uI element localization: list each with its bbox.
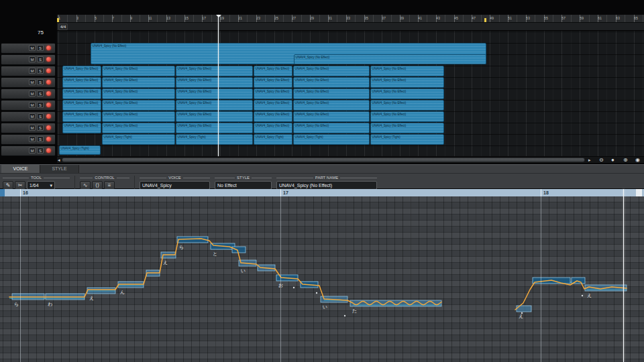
note-lyric[interactable]: た — [352, 308, 357, 314]
record-indicator[interactable] — [46, 125, 51, 130]
mute-button[interactable]: M — [29, 79, 36, 85]
clip[interactable]: UNAV4_Spicy (No Effect) — [176, 88, 253, 99]
track-header[interactable]: MS — [1, 123, 56, 133]
clip[interactable]: UNAV4_Spicy (No Effect) — [176, 123, 253, 133]
tab-style[interactable]: STYLE — [40, 165, 79, 173]
record-indicator[interactable] — [46, 103, 51, 107]
clip[interactable]: UNAV4_Spicy (No Effect) — [293, 77, 370, 88]
clip[interactable]: UNAV4_Spicy (No Effect) — [176, 100, 253, 111]
clip[interactable]: UNAV4_Spicy (No Effect) — [370, 77, 444, 88]
clip[interactable]: UNAV4_Spicy (No Effect) — [254, 100, 292, 111]
mute-button[interactable]: M — [29, 90, 36, 97]
note[interactable] — [87, 288, 115, 294]
track-header[interactable]: MS — [1, 100, 56, 111]
record-indicator[interactable] — [46, 148, 51, 153]
track-header[interactable]: MS — [1, 43, 56, 54]
note-lyric[interactable]: ん — [120, 290, 125, 295]
clip[interactable]: UNAV4_Spicy (Tight) — [59, 145, 101, 155]
note-lyric[interactable]: え — [519, 314, 523, 319]
solo-button[interactable]: S — [37, 113, 44, 119]
scroll-left-arrow[interactable]: ◂ — [58, 157, 60, 163]
track-header[interactable]: MS — [1, 134, 56, 145]
solo-button[interactable]: S — [37, 79, 44, 85]
track-header[interactable]: MS — [1, 145, 56, 156]
clip[interactable]: UNAV4_Spicy (No Effect) — [370, 123, 444, 133]
note-lyric[interactable]: え — [89, 296, 94, 301]
solo-button[interactable]: S — [37, 45, 44, 51]
record-indicator[interactable] — [46, 46, 51, 50]
mute-button[interactable]: M — [29, 56, 36, 62]
solo-button[interactable]: S — [37, 68, 44, 74]
clip[interactable]: UNAV4_Spicy (No Effect) — [370, 88, 444, 99]
clip[interactable]: UNAV4_Spicy (No Effect) — [176, 66, 253, 76]
clip[interactable]: UNAV4_Spicy (No Effect) — [293, 100, 370, 111]
clip[interactable]: UNAV4_Spicy (No Effect) — [254, 66, 292, 76]
timeline-ruler[interactable] — [57, 15, 644, 23]
clip[interactable]: UNAV4_Spicy (No Effect) — [254, 111, 292, 122]
mute-button[interactable]: M — [29, 45, 36, 51]
arrangement-playhead[interactable] — [218, 15, 219, 156]
clip[interactable]: UNAV4_Spicy (Tight) — [176, 134, 253, 145]
loop-marker[interactable] — [484, 18, 486, 22]
clip[interactable]: UNAV4_Spicy (No Effect) — [102, 123, 175, 133]
solo-button[interactable]: S — [37, 147, 44, 154]
clip[interactable]: UNAV4_Spicy (No Effect) — [370, 111, 444, 122]
note-lyric[interactable]: ら — [14, 302, 19, 307]
clip[interactable]: UNAV4_Spicy (No Effect) — [294, 54, 486, 64]
clip[interactable]: UNAV4_Spicy (No Effect) — [254, 88, 292, 99]
track-header[interactable]: MS — [1, 88, 56, 99]
clip[interactable]: UNAV4_Spicy (No Effect) — [293, 123, 370, 133]
note-lyric[interactable]: え — [163, 260, 168, 265]
record-indicator[interactable] — [46, 80, 51, 84]
song-end-marker[interactable] — [636, 189, 642, 196]
mute-button[interactable]: M — [29, 102, 36, 108]
note[interactable] — [232, 247, 246, 253]
note-lyric[interactable]: え — [587, 293, 592, 298]
zoom-control-icon[interactable]: ⊖ — [599, 156, 604, 164]
record-indicator[interactable] — [46, 137, 51, 141]
pianoroll-playhead[interactable] — [623, 189, 624, 362]
clip[interactable]: UNAV4_Spicy (No Effect) — [293, 88, 370, 99]
time-signature-marker[interactable]: 4/4 — [58, 23, 68, 30]
clip[interactable]: UNAV4_Spicy (No Effect) — [254, 123, 292, 133]
record-indicator[interactable] — [46, 114, 51, 119]
arrangement-scrollbar-thumb[interactable] — [62, 158, 585, 162]
clip[interactable]: UNAV4_Spicy (Tight) — [254, 134, 292, 145]
mute-button[interactable]: M — [29, 68, 36, 74]
clip[interactable]: UNAV4_Spicy (No Effect) — [62, 111, 101, 122]
note-lyric[interactable]: い — [323, 304, 327, 310]
clip[interactable]: UNAV4_Spicy (No Effect) — [102, 100, 175, 111]
clip[interactable]: UNAV4_Spicy (No Effect) — [102, 77, 175, 88]
clip[interactable]: UNAV4_Spicy (No Effect) — [176, 77, 253, 88]
clip[interactable]: UNAV4_Spicy (No Effect) — [293, 66, 370, 76]
record-indicator[interactable] — [46, 57, 51, 62]
clip[interactable]: UNAV4_Spicy (Tight) — [293, 134, 370, 145]
note-lyric[interactable]: い — [241, 268, 246, 274]
mute-button[interactable]: M — [29, 147, 36, 154]
tab-voice[interactable]: VOICE — [1, 165, 40, 173]
clip[interactable]: UNAV4_Spicy (No Effect) — [102, 88, 175, 99]
clip[interactable]: UNAV4_Spicy (No Effect) — [62, 100, 101, 111]
zoom-control-icon[interactable]: ⊕ — [623, 156, 628, 164]
clip[interactable]: UNAV4_Spicy (No Effect) — [62, 77, 101, 88]
solo-button[interactable]: S — [37, 102, 44, 108]
mute-button[interactable]: M — [29, 136, 36, 142]
solo-button[interactable]: S — [37, 90, 44, 97]
mute-button[interactable]: M — [29, 125, 36, 131]
track-header[interactable]: MS — [1, 54, 56, 65]
record-indicator[interactable] — [46, 91, 51, 96]
solo-button[interactable]: S — [37, 136, 44, 142]
clip[interactable]: UNAV4_Spicy (No Effect) — [176, 111, 253, 122]
clip[interactable]: UNAV4_Spicy (No Effect) — [62, 66, 101, 76]
clip[interactable]: UNAV4_Spicy (No Effect) — [62, 88, 101, 99]
track-header[interactable]: MS — [1, 77, 56, 88]
scroll-right-arrow[interactable]: ▸ — [588, 157, 591, 163]
track-header[interactable]: MS — [1, 111, 56, 122]
track-header[interactable]: MS — [1, 66, 56, 76]
mute-button[interactable]: M — [29, 113, 36, 119]
note-lyric[interactable]: わ — [48, 302, 52, 307]
zoom-control-icon[interactable]: ● — [611, 156, 614, 164]
loop-marker[interactable] — [57, 18, 59, 22]
record-indicator[interactable] — [46, 68, 51, 73]
clip[interactable]: UNAV4_Spicy (No Effect) — [370, 66, 444, 76]
